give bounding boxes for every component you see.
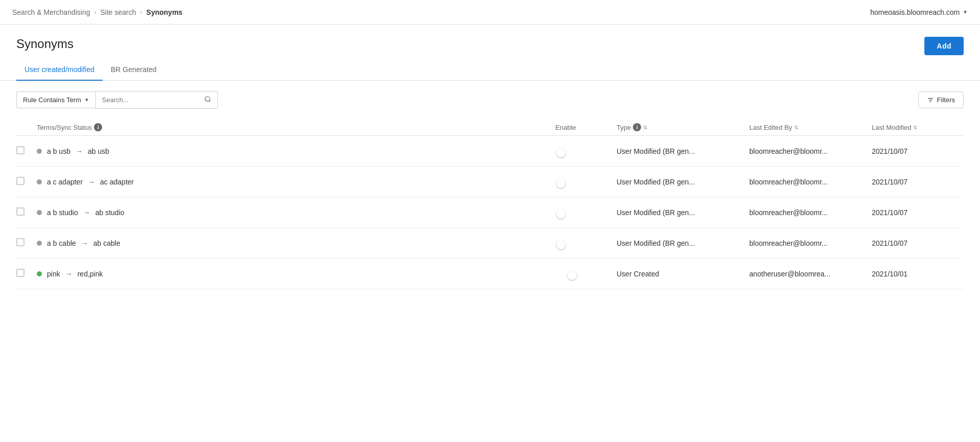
term-cell: a b studio → ab studio [37, 208, 555, 217]
table-row: a b cable → ab cable User Modified (BR g… [16, 228, 964, 259]
table-row: a b usb → ab usb User Modified (BR gen..… [16, 136, 964, 167]
svg-line-1 [209, 101, 211, 102]
modified-cell: 2021/10/07 [872, 147, 964, 155]
modified-cell: 2021/10/07 [872, 239, 964, 247]
tab-br-generated[interactable]: BR Generated [103, 59, 165, 81]
filter-bar: Rule Contains Term ▼ Filters [0, 81, 980, 119]
col-last-modified: Last Modified ⇅ [872, 124, 964, 131]
term-from: a b cable [47, 239, 76, 247]
row-checkbox[interactable] [16, 177, 24, 185]
last-edited-sort-icon[interactable]: ⇅ [794, 125, 798, 130]
term-arrow-icon: → [76, 147, 83, 155]
table-row: a b studio → ab studio User Modified (BR… [16, 197, 964, 228]
table-header: Terms/Sync Status i Enable Type i ⇅ Last… [16, 119, 964, 136]
row-checkbox[interactable] [16, 238, 24, 246]
term-arrow-icon: → [65, 270, 72, 278]
breadcrumb-chevron-2: › [140, 9, 142, 16]
col-enable: Enable [555, 124, 617, 131]
type-cell: User Created [617, 270, 749, 278]
table-row: a c adapter → ac adapter User Modified (… [16, 167, 964, 197]
breadcrumb: Search & Merchandising › Site search › S… [12, 8, 182, 16]
filters-button[interactable]: Filters [918, 91, 964, 108]
col-type: Type i ⇅ [617, 123, 749, 131]
col-last-modified-label: Last Modified [872, 124, 911, 131]
site-selector[interactable]: homeoasis.bloomreach.com ▼ [870, 8, 968, 16]
table-row: pink → red,pink User Created anotheruser… [16, 259, 964, 289]
edited-by-cell: anotheruser@bloomrea... [749, 270, 872, 278]
breadcrumb-current: Synonyms [146, 8, 183, 16]
type-info-icon[interactable]: i [633, 123, 641, 131]
term-to: ab cable [93, 239, 120, 247]
enable-cell [555, 178, 617, 186]
filters-button-label: Filters [937, 96, 955, 104]
table-container: Terms/Sync Status i Enable Type i ⇅ Last… [0, 119, 980, 289]
terms-info-icon[interactable]: i [94, 123, 102, 131]
search-wrapper [95, 91, 218, 109]
term-cell: a c adapter → ac adapter [37, 178, 555, 186]
term-from: a b usb [47, 147, 70, 155]
add-button[interactable]: Add [924, 37, 964, 55]
term-cell: pink → red,pink [37, 270, 555, 278]
modified-cell: 2021/10/07 [872, 208, 964, 217]
breadcrumb-search-merchandising[interactable]: Search & Merchandising [12, 8, 90, 16]
page-header: Synonyms Add [0, 25, 980, 55]
term-arrow-icon: → [83, 208, 90, 217]
row-checkbox-cell [16, 238, 37, 248]
row-checkbox-cell [16, 146, 37, 156]
breadcrumb-chevron-1: › [94, 9, 96, 16]
status-dot [37, 241, 42, 246]
col-last-edited-by: Last Edited By ⇅ [749, 124, 872, 131]
tabs-container: User created/modified BR Generated [0, 59, 980, 81]
modified-cell: 2021/10/01 [872, 270, 964, 278]
edited-by-cell: bloomreacher@bloomr... [749, 208, 872, 217]
col-enable-label: Enable [555, 124, 576, 131]
term-cell: a b usb → ab usb [37, 147, 555, 155]
term-to: ab usb [88, 147, 109, 155]
search-input[interactable] [96, 92, 198, 108]
svg-point-0 [205, 97, 210, 101]
site-dropdown-arrow: ▼ [963, 9, 968, 15]
type-cell: User Modified (BR gen... [617, 178, 749, 186]
enable-cell [555, 270, 617, 278]
term-from: pink [47, 270, 60, 278]
row-checkbox[interactable] [16, 207, 24, 216]
type-cell: User Modified (BR gen... [617, 147, 749, 155]
status-dot [37, 210, 42, 215]
page-title: Synonyms [16, 37, 74, 51]
search-icon [204, 96, 211, 103]
col-terms: Terms/Sync Status i [37, 123, 555, 131]
type-sort-icon[interactable]: ⇅ [643, 125, 647, 130]
main-content: Synonyms Add User created/modified BR Ge… [0, 25, 980, 442]
type-cell: User Modified (BR gen... [617, 208, 749, 217]
row-checkbox[interactable] [16, 269, 24, 277]
term-from: a c adapter [47, 178, 83, 186]
table-body: a b usb → ab usb User Modified (BR gen..… [16, 136, 964, 289]
term-to: red,pink [78, 270, 103, 278]
row-checkbox-cell [16, 207, 37, 217]
status-dot [37, 179, 42, 184]
row-checkbox-cell [16, 177, 37, 187]
enable-cell [555, 239, 617, 247]
tab-user-created[interactable]: User created/modified [16, 59, 103, 81]
row-checkbox[interactable] [16, 146, 24, 154]
term-arrow-icon: → [88, 178, 95, 186]
status-dot [37, 149, 42, 154]
edited-by-cell: bloomreacher@bloomr... [749, 178, 872, 186]
type-cell: User Modified (BR gen... [617, 239, 749, 247]
rule-selector-label: Rule Contains Term [23, 96, 81, 104]
term-from: a b studio [47, 208, 78, 217]
enable-cell [555, 147, 617, 155]
term-cell: a b cable → ab cable [37, 239, 555, 247]
rule-selector[interactable]: Rule Contains Term ▼ [16, 91, 95, 108]
row-checkbox-cell [16, 269, 37, 278]
col-type-label: Type [617, 124, 631, 131]
col-terms-label: Terms/Sync Status [37, 124, 92, 131]
term-to: ab studio [95, 208, 125, 217]
search-button[interactable] [198, 91, 217, 108]
last-modified-sort-icon[interactable]: ⇅ [913, 125, 917, 130]
filter-icon [927, 97, 934, 104]
breadcrumb-site-search[interactable]: Site search [101, 8, 136, 16]
filter-left: Rule Contains Term ▼ [16, 91, 218, 109]
enable-cell [555, 208, 617, 217]
edited-by-cell: bloomreacher@bloomr... [749, 147, 872, 155]
